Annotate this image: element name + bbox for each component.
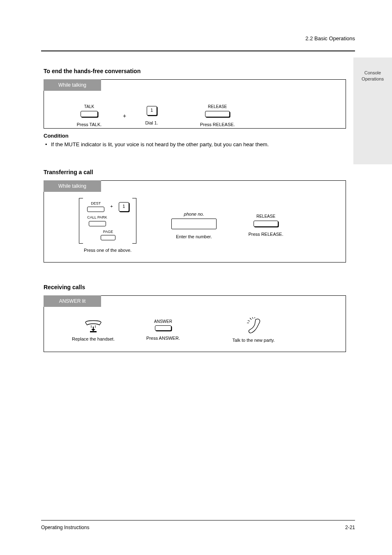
phone-no-label: phone no. xyxy=(184,212,204,217)
box-tab-1: While talking xyxy=(44,79,101,91)
procedure-box-3: ANSWER lit Replace the handset. ANSWER xyxy=(44,295,346,352)
release-step-2: RELEASE Press RELEASE. xyxy=(233,214,299,237)
side-tab-line2: Operations xyxy=(362,76,384,82)
hangup-caption: Replace the handset. xyxy=(72,336,115,342)
footer-right: 2-21 xyxy=(345,525,355,530)
section-ref: 2.2 Basic Operations xyxy=(305,35,355,41)
phone-number-field xyxy=(171,219,217,229)
talk-step: Talk to the new party. xyxy=(212,317,295,343)
answer-button-icon xyxy=(155,325,171,331)
release-caption: Press RELEASE. xyxy=(200,122,235,128)
footer-left: Operating Instructions xyxy=(41,525,89,530)
box-tab-3: ANSWER lit xyxy=(44,295,101,307)
page-header: 2.2 Basic Operations xyxy=(41,29,355,51)
dial-1-caption: Dial 1. xyxy=(145,120,158,126)
procedure-box-1: While talking TALK Press TALK. + 1 Dial … xyxy=(44,79,346,129)
section-title-3: Receiving calls xyxy=(44,284,348,290)
handset-down-icon xyxy=(83,318,104,333)
talk-caption-3: Talk to the new party. xyxy=(232,338,274,343)
option-dest: DEST + 1 xyxy=(87,201,129,212)
talk-button-icon xyxy=(81,111,98,117)
release-label-2: RELEASE xyxy=(256,214,275,219)
release-button-icon xyxy=(254,221,278,227)
svg-rect-0 xyxy=(90,331,97,332)
plus-icon: + xyxy=(110,204,113,210)
page-footer: Operating Instructions 2-21 xyxy=(41,520,355,530)
option-page: PAGE xyxy=(101,230,115,240)
answer-label: ANSWER xyxy=(154,319,172,325)
answer-step: ANSWER Press ANSWER. xyxy=(126,319,200,341)
handset-talk-icon xyxy=(244,317,263,334)
hangup-step: Replace the handset. xyxy=(60,318,126,342)
callpark-button-icon xyxy=(89,221,106,226)
release-caption-2: Press RELEASE. xyxy=(249,232,284,237)
talk-label: TALK xyxy=(84,104,94,110)
release-button-icon xyxy=(205,111,230,117)
section-title-1: To end the hands-free conversation xyxy=(44,68,348,74)
side-tab: Console Operations xyxy=(353,58,392,164)
answer-caption: Press ANSWER. xyxy=(146,336,180,341)
section-transfer: Transferring a call While talking DEST + xyxy=(41,169,348,263)
plus-icon: + xyxy=(123,113,126,119)
talk-caption: Press TALK. xyxy=(77,122,102,128)
section-title-2: Transferring a call xyxy=(44,169,348,175)
option-callpark: CALL PARK xyxy=(87,215,107,226)
keypad-1-icon: 1 xyxy=(119,202,129,212)
group-caption: Press one of the above. xyxy=(84,248,131,253)
section-end-handsfree: To end the hands-free conversation While… xyxy=(41,68,348,147)
enter-number-caption: Enter the number. xyxy=(176,234,212,240)
section-title: Basic Operations xyxy=(314,35,355,41)
enter-number-step: phone no. Enter the number. xyxy=(155,212,233,240)
release-step: RELEASE Press RELEASE. xyxy=(184,104,250,127)
release-label: RELEASE xyxy=(208,104,227,110)
box-tab-2: While talking xyxy=(44,180,101,192)
dest-button-icon xyxy=(87,207,104,212)
condition-body: If the MUTE indicator is lit, your voice… xyxy=(51,141,269,147)
section-receive: Receiving calls ANSWER lit Replace the h… xyxy=(41,284,348,352)
dial-1-step: 1 Dial 1. xyxy=(131,106,172,126)
keypad-1-icon: 1 xyxy=(147,106,157,115)
option-group: DEST + 1 CALL PARK xyxy=(60,198,155,253)
section-number: 2.2 xyxy=(305,35,313,41)
page-button-icon xyxy=(101,235,115,240)
procedure-box-2: While talking DEST + 1 xyxy=(44,180,346,263)
side-tab-line1: Console xyxy=(362,70,384,76)
talk-button-step: TALK Press TALK. xyxy=(60,104,118,127)
